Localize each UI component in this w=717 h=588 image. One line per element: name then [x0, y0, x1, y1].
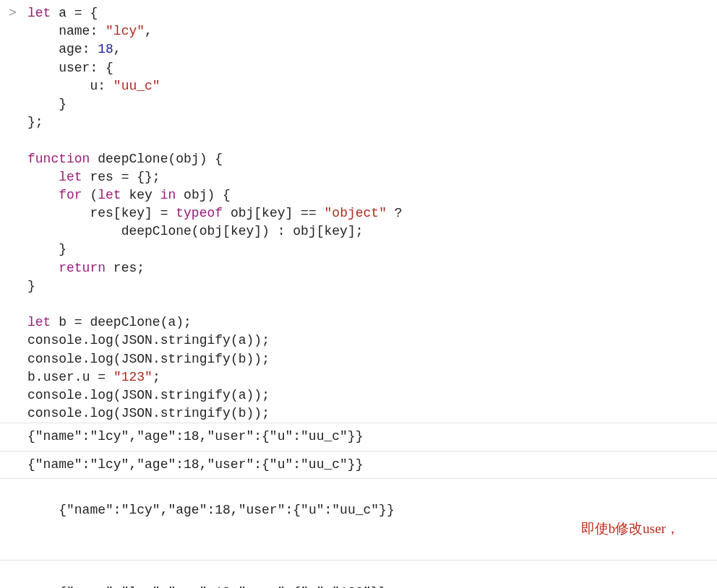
- identifier-console: console: [27, 388, 82, 402]
- identifier-deepClone: deepClone: [98, 152, 168, 166]
- annotation-text: 即使b修改user，: [581, 519, 679, 539]
- prop-age: age: [59, 42, 82, 56]
- keyword-let: let: [27, 315, 51, 329]
- output-text: {"name":"lcy","age":18,"user":{"u":"123"…: [59, 585, 387, 588]
- prop-name: name: [59, 24, 90, 38]
- identifier-res: res: [90, 170, 113, 184]
- identifier-a: a: [59, 6, 66, 20]
- identifier-json: JSON: [121, 333, 153, 347]
- identifier-stringify: stringify: [160, 333, 231, 347]
- keyword-in: in: [160, 188, 176, 202]
- identifier-console: console: [27, 406, 82, 420]
- identifier-b: b: [59, 315, 66, 329]
- identifier-obj: obj: [184, 188, 207, 202]
- string-uu-c: "uu_c": [113, 79, 160, 93]
- identifier-key: key: [129, 188, 152, 202]
- identifier-a: a: [239, 333, 246, 347]
- identifier-b: b: [239, 406, 246, 420]
- identifier-deepClone: deepClone: [121, 224, 192, 238]
- identifier-json: JSON: [121, 406, 153, 420]
- output-text: {"name":"lcy","age":18,"user":{"u":"uu_c…: [59, 503, 394, 517]
- identifier-res: res: [90, 206, 113, 220]
- identifier-json: JSON: [121, 352, 153, 366]
- prompt-chevron-icon: >: [9, 4, 17, 22]
- identifier-key: key: [325, 224, 348, 238]
- code-block[interactable]: let a = { name: "lcy", age: 18, user: { …: [27, 4, 717, 423]
- identifier-deepClone: deepClone: [90, 315, 160, 329]
- console-output-line: {"name":"lcy","age":18,"user":{"u":"123"…: [0, 561, 717, 588]
- identifier-log: log: [90, 352, 113, 366]
- identifier-key: key: [121, 206, 145, 220]
- keyword-let: let: [27, 6, 51, 20]
- identifier-b: b: [239, 352, 246, 366]
- identifier-a: a: [168, 315, 176, 329]
- keyword-return: return: [59, 261, 106, 275]
- string-123: "123": [113, 370, 153, 384]
- identifier-key: key: [231, 224, 254, 238]
- console-panel: > let a = { name: "lcy", age: 18, user: …: [0, 0, 717, 588]
- identifier-b: b: [27, 370, 35, 384]
- identifier-u: u: [82, 370, 90, 384]
- console-input-block: > let a = { name: "lcy", age: 18, user: …: [0, 4, 717, 423]
- identifier-log: log: [90, 333, 113, 347]
- console-output-line: {"name":"lcy","age":18,"user":{"u":"uu_c…: [0, 451, 717, 478]
- identifier-a: a: [239, 388, 246, 402]
- prop-user: user: [59, 61, 90, 75]
- string-object: "object": [325, 206, 387, 220]
- keyword-for: for: [59, 188, 82, 202]
- console-output-line: {"name":"lcy","age":18,"user":{"u":"uu_c…: [0, 479, 717, 561]
- keyword-typeof: typeof: [176, 206, 223, 220]
- identifier-obj: obj: [293, 224, 316, 238]
- keyword-let: let: [59, 170, 82, 184]
- identifier-res: res: [113, 261, 137, 275]
- identifier-console: console: [27, 333, 82, 347]
- keyword-let: let: [98, 188, 121, 202]
- identifier-obj: obj: [199, 224, 223, 238]
- identifier-obj: obj: [231, 206, 254, 220]
- keyword-function: function: [27, 152, 90, 166]
- identifier-stringify: stringify: [160, 406, 231, 420]
- console-output-line: {"name":"lcy","age":18,"user":{"u":"uu_c…: [0, 423, 717, 450]
- identifier-stringify: stringify: [160, 352, 231, 366]
- number-18: 18: [98, 42, 113, 56]
- identifier-json: JSON: [121, 388, 153, 402]
- identifier-log: log: [90, 406, 113, 420]
- identifier-stringify: stringify: [160, 388, 231, 402]
- identifier-log: log: [90, 388, 113, 402]
- identifier-user: user: [43, 370, 74, 384]
- identifier-console: console: [27, 352, 82, 366]
- identifier-key: key: [262, 206, 285, 220]
- identifier-obj: obj: [176, 152, 199, 166]
- prop-u: u: [90, 79, 98, 93]
- string-lcy: "lcy": [106, 24, 145, 38]
